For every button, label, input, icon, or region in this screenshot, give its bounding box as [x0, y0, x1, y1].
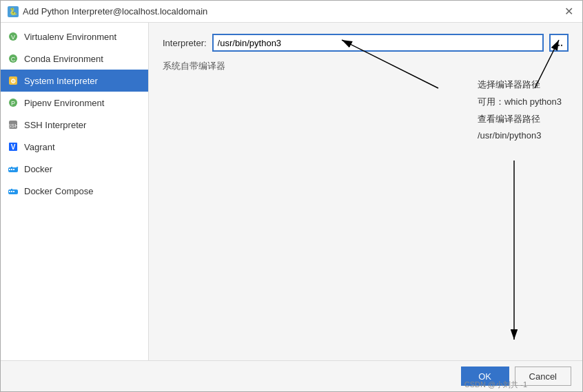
- title-bar-left: 🐍 Add Python Interpreter@localhost.local…: [8, 6, 207, 17]
- svg-text:⚙: ⚙: [10, 78, 16, 85]
- ssh-icon: SSH: [8, 119, 19, 130]
- svg-text:C: C: [11, 56, 16, 63]
- description-text: 系统自带编译器: [163, 60, 569, 72]
- docker-label: Docker: [24, 164, 52, 174]
- svg-rect-15: [13, 169, 14, 170]
- annotation-block: 选择编译器路径 可用：which python3 查看编译器路径 /usr/bi…: [478, 78, 562, 143]
- svg-text:SSH: SSH: [8, 123, 18, 129]
- sidebar-item-virtualenv[interactable]: V Virtualenv Environment: [1, 25, 148, 48]
- sidebar-item-system[interactable]: ⚙ System Interpreter: [1, 70, 148, 92]
- sidebar-item-docker-compose[interactable]: Docker Compose: [1, 180, 148, 202]
- docker-compose-label: Docker Compose: [24, 186, 93, 196]
- annotation-line2: 可用：which python3: [478, 95, 562, 110]
- close-button[interactable]: ✕: [562, 5, 575, 19]
- svg-rect-21: [11, 189, 12, 190]
- sidebar-item-vagrant[interactable]: V Vagrant: [1, 136, 148, 158]
- dialog-footer: CSDN @小刘共 -1 OK Cancel: [1, 360, 582, 391]
- svg-rect-16: [11, 167, 12, 168]
- svg-text:V: V: [11, 143, 16, 151]
- system-icon: ⚙: [8, 75, 19, 86]
- svg-rect-18: [9, 191, 10, 192]
- vagrant-icon: V: [8, 141, 19, 152]
- conda-label: Conda Environment: [24, 54, 103, 64]
- title-bar: 🐍 Add Python Interpreter@localhost.local…: [1, 1, 582, 23]
- svg-rect-19: [11, 191, 12, 192]
- dialog-window: 🐍 Add Python Interpreter@localhost.local…: [0, 0, 583, 392]
- sidebar-item-ssh[interactable]: SSH SSH Interpreter: [1, 114, 148, 136]
- arrows-overlay: [149, 23, 582, 360]
- dialog-title: Add Python Interpreter@localhost.localdo…: [23, 6, 207, 17]
- svg-text:V: V: [11, 34, 15, 41]
- interpreter-input[interactable]: [212, 34, 544, 52]
- conda-icon: C: [8, 53, 19, 64]
- svg-rect-13: [9, 169, 10, 170]
- svg-rect-20: [13, 191, 14, 192]
- virtualenv-icon: V: [8, 31, 19, 42]
- vagrant-label: Vagrant: [24, 142, 55, 152]
- python-icon: 🐍: [8, 6, 19, 17]
- sidebar-item-conda[interactable]: C Conda Environment: [1, 48, 148, 70]
- pipenv-label: Pipenv Environment: [24, 98, 104, 108]
- pipenv-icon: P: [8, 97, 19, 108]
- dialog-body: V Virtualenv Environment C Conda Environ…: [1, 23, 582, 360]
- annotation-line1: 选择编译器路径: [478, 78, 562, 92]
- interpreter-label: Interpreter:: [163, 38, 207, 48]
- svg-text:P: P: [11, 100, 15, 107]
- sidebar-item-docker[interactable]: Docker: [1, 158, 148, 180]
- annotation-line3: 查看编译器路径: [478, 112, 562, 127]
- system-label: System Interpreter: [24, 76, 98, 86]
- ssh-label: SSH Interpreter: [24, 120, 86, 130]
- svg-rect-14: [11, 169, 12, 170]
- annotation-line4: /usr/bin/python3: [478, 129, 562, 143]
- main-content: Interpreter: ... 系统自带编译器 选择编译器路径 可用：whic…: [149, 23, 582, 360]
- docker-icon: [8, 163, 19, 174]
- sidebar: V Virtualenv Environment C Conda Environ…: [1, 23, 149, 360]
- watermark: CSDN @小刘共 -1: [464, 380, 527, 390]
- virtualenv-label: Virtualenv Environment: [24, 32, 116, 42]
- interpreter-row: Interpreter: ...: [163, 34, 569, 52]
- browse-button[interactable]: ...: [549, 34, 569, 52]
- sidebar-item-pipenv[interactable]: P Pipenv Environment: [1, 92, 148, 114]
- docker-compose-icon: [8, 185, 19, 196]
